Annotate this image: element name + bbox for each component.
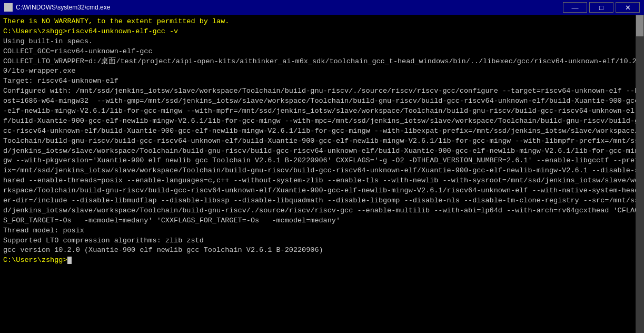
maximize-button[interactable]: □ [589,2,613,13]
scrollbar-thumb[interactable] [636,15,643,36]
terminal-line: COLLECT_GCC=riscv64-unknown-elf-gcc [3,47,641,57]
terminal-line: C:\Users\zshgg>riscv64-unknown-elf-gcc -… [3,27,641,37]
cursor [67,257,72,264]
title-bar-controls: — □ ✕ [563,2,640,13]
terminal-line: Using built-in specs. [3,37,641,47]
terminal-line: Supported LTO compression algorithms: zl… [3,236,641,246]
close-button[interactable]: ✕ [616,2,640,13]
minimize-button[interactable]: — [563,2,587,13]
terminal-line: Target: riscv64-unknown-elf [3,76,641,86]
terminal-line: gcc version 10.2.0 (Xuantie-900 elf newl… [3,246,641,256]
scrollbar[interactable] [636,15,644,333]
svg-rect-0 [5,5,12,10]
title-bar-left: C:\WINDOWS\system32\cmd.exe [4,3,110,12]
terminal-body[interactable]: There is NO WARRANTY, to the extent perm… [0,15,644,333]
terminal-line: Configured with: /mnt/ssd/jenkins_iotsw/… [3,86,641,226]
terminal-line: C:\Users\zshgg> [3,256,641,266]
window-title: C:\WINDOWS\system32\cmd.exe [16,4,110,11]
window: C:\WINDOWS\system32\cmd.exe — □ ✕ There … [0,0,644,333]
terminal-line: COLLECT_LTO_WRAPPER=d:/桌面/test/project/a… [3,57,641,77]
terminal-line: There is NO WARRANTY, to the extent perm… [3,17,641,27]
title-bar: C:\WINDOWS\system32\cmd.exe — □ ✕ [0,0,644,15]
cmd-icon [4,3,13,12]
terminal-line: Thread model: posix [3,226,641,236]
